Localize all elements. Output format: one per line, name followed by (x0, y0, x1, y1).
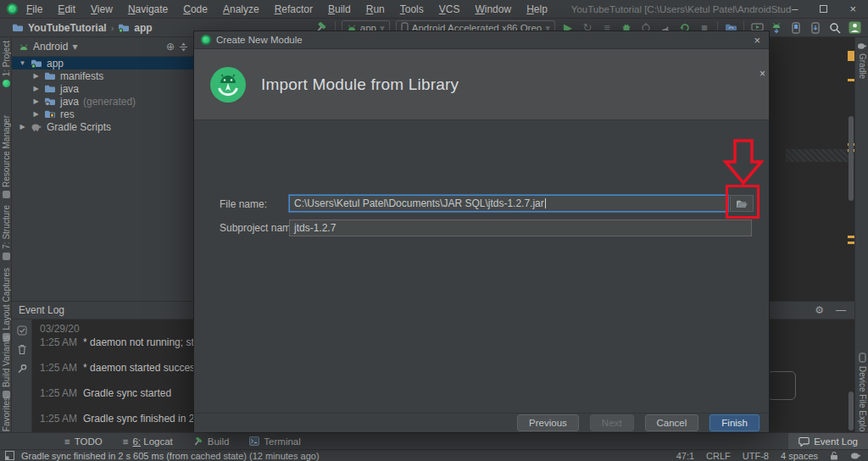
event-log-toolbar (12, 319, 32, 432)
tree-item-gradle-scripts[interactable]: ▶ Gradle Scripts (12, 120, 193, 133)
expand-right-icon[interactable]: ▶ (19, 123, 26, 131)
avatar-icon[interactable] (848, 21, 861, 35)
gear-icon[interactable]: ⚙ (815, 304, 824, 316)
finish-button[interactable]: Finish (709, 414, 760, 431)
menu-view[interactable]: View (91, 3, 113, 15)
tool-button-resource-manager[interactable]: Resource Manager (0, 115, 12, 198)
android-studio-logo-icon (7, 3, 18, 14)
event-text: Gradle sync started (83, 387, 171, 399)
tree-item-manifests[interactable]: ▶ manifests (12, 69, 193, 82)
expand-right-icon[interactable]: ▶ (32, 85, 40, 92)
tool-button-terminal[interactable]: Terminal (249, 436, 300, 447)
expand-right-icon[interactable]: ▶ (32, 72, 40, 80)
line-separator[interactable]: CRLF (706, 451, 731, 461)
sdk-manager-button[interactable] (770, 21, 783, 35)
menu-vcs[interactable]: VCS (439, 3, 460, 15)
event-log-title: Event Log (19, 304, 64, 316)
res-folder-icon (44, 109, 56, 119)
menu-build[interactable]: Build (328, 3, 351, 15)
error-stripe-mark[interactable] (848, 242, 854, 244)
expand-right-icon[interactable]: ▶ (32, 97, 40, 105)
status-message[interactable]: Gradle sync finished in 2 s 605 ms (from… (21, 451, 320, 461)
tree-item-label: app (47, 58, 64, 69)
window-maximize-button[interactable] (820, 3, 827, 14)
collapse-all-icon[interactable] (179, 42, 188, 52)
tool-button-build-variants[interactable]: Build Variants (0, 336, 12, 398)
file-name-label: File name: (220, 198, 267, 210)
tool-button-gradle[interactable]: Gradle (855, 42, 868, 79)
search-everywhere-button[interactable] (828, 21, 842, 35)
event-time: 1:25 AM (40, 413, 77, 425)
expand-right-icon[interactable]: ▶ (32, 110, 40, 118)
menu-navigate[interactable]: Navigate (128, 3, 168, 15)
hide-panel-icon[interactable]: — (836, 304, 846, 316)
gradle-icon (31, 123, 42, 131)
event-log-scrollbar[interactable] (849, 392, 854, 430)
menu-file[interactable]: File (26, 3, 42, 15)
breadcrumb-separator-icon: › (111, 23, 114, 33)
app-module-icon (31, 58, 42, 68)
menu-edit[interactable]: Edit (58, 3, 75, 15)
file-name-input[interactable]: C:\Users\Ketul Patel\Documents\JAR SQL\j… (289, 195, 728, 212)
breadcrumb-project[interactable]: YouTubeTutorial (28, 22, 107, 34)
editor-highlight-band (786, 149, 854, 162)
trash-icon[interactable] (17, 344, 27, 355)
tool-button-build[interactable]: Build (193, 436, 230, 447)
previous-button[interactable]: Previous (517, 414, 579, 431)
locate-file-icon[interactable]: ⊕ (166, 41, 175, 53)
gradle-status-icon[interactable] (850, 452, 861, 460)
menu-analyze[interactable]: Analyze (223, 3, 259, 15)
tree-item-res[interactable]: ▶ res (12, 108, 193, 120)
event-time: 1:25 AM (40, 387, 77, 399)
behind-close-icon[interactable]: × (760, 68, 765, 80)
menu-code[interactable]: Code (183, 3, 208, 15)
filter-icon[interactable] (17, 325, 27, 336)
folder-icon (44, 71, 56, 81)
dialog-title: Create New Module (216, 35, 303, 45)
next-button[interactable]: Next (590, 414, 634, 431)
tree-item-java[interactable]: ▶ java (12, 82, 193, 95)
lock-icon[interactable] (830, 451, 838, 460)
menu-tools[interactable]: Tools (400, 3, 424, 15)
menu-help[interactable]: Help (526, 3, 548, 15)
tool-button-layout-captures[interactable]: Layout Captures (0, 268, 12, 341)
cancel-button[interactable]: Cancel (645, 414, 699, 431)
tree-item-app[interactable]: ▼ app (12, 57, 193, 69)
error-stripe-mark[interactable] (848, 79, 854, 81)
menu-window[interactable]: Window (475, 3, 511, 15)
tool-button-event-log[interactable]: Event Log (788, 433, 868, 450)
tool-button-todo[interactable]: ≡ TODO (64, 436, 103, 447)
editor-scrollbar[interactable] (849, 116, 854, 201)
menu-run[interactable]: Run (366, 3, 385, 15)
indent-setting[interactable]: 4 spaces (781, 451, 818, 461)
android-icon (19, 43, 29, 51)
error-stripe-mark[interactable] (848, 236, 854, 238)
wrench-icon[interactable] (17, 364, 27, 374)
tool-button-project[interactable]: 1: Project (0, 41, 12, 87)
menu-refactor[interactable]: Refactor (275, 3, 313, 15)
layout-inspector-button[interactable] (789, 21, 803, 35)
event-time: 1:25 AM (40, 362, 77, 374)
tool-button-logcat[interactable]: ≡ 6: Logcat (123, 436, 173, 447)
error-stripe-mark[interactable] (848, 51, 854, 61)
caret-position[interactable]: 47:1 (676, 451, 694, 461)
tool-button-device-file-explorer[interactable]: Device File Explorer (855, 353, 868, 442)
project-view-selector[interactable]: Android (33, 41, 68, 53)
window-close-button[interactable]: × (849, 3, 856, 14)
dialog-header: Import Module from Library (194, 49, 769, 120)
window-minimize-button[interactable]: – (792, 3, 798, 14)
tool-button-structure[interactable]: 7: Structure (0, 205, 12, 260)
file-encoding[interactable]: UTF-8 (743, 451, 769, 461)
toolwindow-toggle-icon[interactable] (5, 451, 14, 460)
expand-down-icon[interactable]: ▼ (19, 59, 26, 67)
logcat-label: 6: Logcat (132, 436, 172, 447)
breadcrumb-module[interactable]: app (134, 22, 152, 34)
dialog-close-button[interactable]: × (754, 34, 760, 47)
subproject-name-input[interactable]: jtds-1.2.7 (289, 219, 752, 236)
folder-icon (44, 84, 56, 93)
project-icon (3, 80, 10, 87)
tree-item-java-generated[interactable]: ▶ java (generated) (12, 95, 193, 108)
tool-button-structure-label: 7: Structure (2, 205, 11, 249)
device-file-push-button[interactable] (809, 21, 822, 35)
project-panel: Android ▾ ⊕ ▼ app ▶ manifests ▶ java ▶ j… (12, 37, 193, 301)
